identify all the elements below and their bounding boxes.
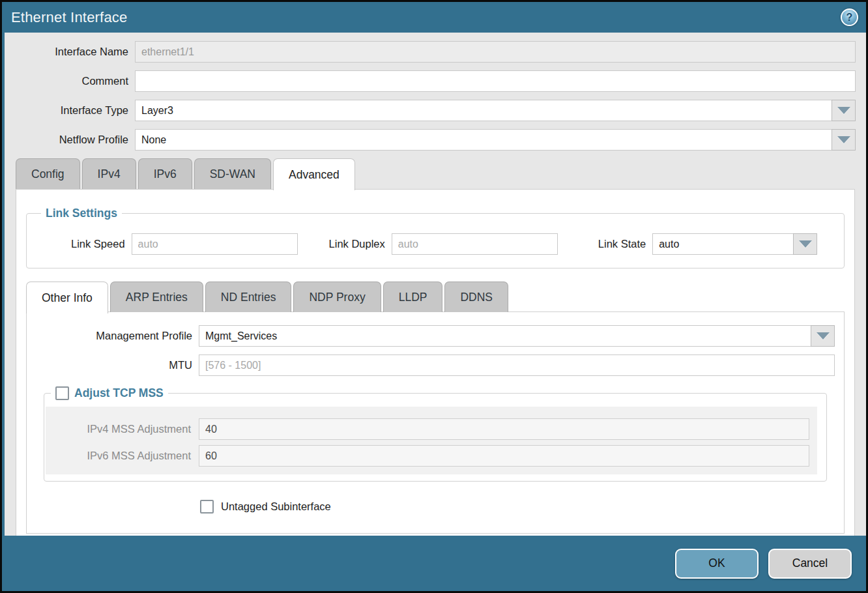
link-settings-legend: Link Settings	[41, 207, 122, 220]
link-state-label: Link State	[598, 238, 652, 250]
interface-type-field[interactable]	[135, 100, 832, 121]
help-glyph: ?	[846, 12, 853, 23]
ipv6-mss-label: IPv6 MSS Adjustment	[46, 450, 199, 462]
tab-lldp[interactable]: LLDP	[383, 282, 443, 312]
link-state-field[interactable]	[652, 233, 793, 255]
mtu-label: MTU	[36, 359, 199, 371]
mss-block: IPv4 MSS Adjustment IPv6 MSS Adjustment	[46, 407, 817, 474]
interface-name-row: Interface Name	[5, 41, 856, 63]
comment-label: Comment	[5, 75, 135, 87]
interface-name-label: Interface Name	[5, 46, 135, 58]
comment-row: Comment	[5, 70, 856, 92]
netflow-profile-combo	[135, 129, 856, 151]
dialog-footer: OK Cancel	[2, 536, 866, 591]
adjust-tcp-mss-checkbox[interactable]	[55, 386, 69, 400]
mtu-field[interactable]	[199, 354, 835, 376]
tab-ddns[interactable]: DDNS	[444, 282, 508, 312]
ok-button[interactable]: OK	[675, 549, 759, 579]
comment-field[interactable]	[135, 70, 856, 92]
netflow-profile-label: Netflow Profile	[5, 134, 135, 146]
advanced-tab-panel: Link Settings Link Speed Link Duplex Lin…	[16, 189, 855, 536]
netflow-profile-row: Netflow Profile	[5, 129, 856, 151]
chevron-down-icon	[837, 136, 850, 143]
cancel-button[interactable]: Cancel	[768, 549, 852, 579]
chevron-down-icon	[817, 332, 830, 340]
link-settings-fieldset: Link Settings Link Speed Link Duplex Lin…	[26, 207, 845, 268]
link-state-combo	[652, 233, 817, 255]
link-duplex-label: Link Duplex	[329, 238, 392, 250]
interface-type-row: Interface Type	[5, 100, 856, 121]
interface-name-field	[135, 41, 856, 63]
help-icon[interactable]: ?	[841, 8, 858, 26]
ipv4-mss-field	[199, 418, 809, 440]
tab-ipv4[interactable]: IPv4	[82, 158, 136, 189]
ipv6-mss-field	[199, 445, 809, 467]
netflow-profile-dropdown-button[interactable]	[832, 129, 856, 151]
management-profile-combo	[199, 325, 835, 347]
management-profile-dropdown-button[interactable]	[811, 325, 835, 347]
management-profile-field[interactable]	[199, 325, 811, 347]
link-speed-field[interactable]	[132, 233, 298, 255]
link-state-dropdown-button[interactable]	[793, 233, 817, 255]
ipv6-mss-row: IPv6 MSS Adjustment	[46, 445, 817, 467]
tab-nd-entries[interactable]: ND Entries	[205, 282, 292, 312]
chevron-down-icon	[837, 107, 850, 114]
management-profile-row: Management Profile	[36, 325, 835, 347]
mtu-row: MTU	[36, 354, 835, 376]
sub-tabstrip: Other Info ARP Entries ND Entries NDP Pr…	[26, 282, 845, 312]
link-duplex-field[interactable]	[392, 233, 558, 255]
main-tabstrip: Config IPv4 IPv6 SD-WAN Advanced	[5, 158, 866, 189]
adjust-tcp-mss-fieldset: Adjust TCP MSS IPv4 MSS Adjustment IPv6 …	[44, 386, 827, 482]
tab-ipv6[interactable]: IPv6	[138, 158, 192, 189]
tab-sdwan[interactable]: SD-WAN	[194, 158, 271, 189]
link-settings-legend-text: Link Settings	[46, 207, 117, 220]
interface-type-label: Interface Type	[5, 104, 135, 117]
management-profile-label: Management Profile	[36, 330, 199, 342]
untagged-subinterface-row: Untagged Subinterface	[200, 500, 835, 513]
link-speed-label: Link Speed	[71, 238, 132, 250]
untagged-subinterface-label: Untagged Subinterface	[221, 500, 331, 513]
ipv4-mss-label: IPv4 MSS Adjustment	[46, 423, 199, 435]
tab-ndp-proxy[interactable]: NDP Proxy	[293, 282, 381, 312]
tab-other-info[interactable]: Other Info	[26, 282, 108, 313]
adjust-tcp-mss-legend: Adjust TCP MSS	[51, 386, 168, 400]
interface-type-dropdown-button[interactable]	[832, 100, 856, 121]
untagged-subinterface-checkbox[interactable]	[200, 500, 214, 513]
chevron-down-icon	[799, 240, 812, 248]
tab-advanced[interactable]: Advanced	[273, 158, 355, 190]
dialog-content: Interface Name Comment Interface Type Ne…	[5, 33, 866, 536]
title-bar: Ethernet Interface ?	[2, 2, 866, 33]
adjust-tcp-mss-legend-text: Adjust TCP MSS	[74, 386, 164, 400]
other-info-panel: Management Profile MTU	[26, 311, 845, 534]
tab-arp-entries[interactable]: ARP Entries	[110, 282, 203, 312]
ethernet-interface-dialog: Ethernet Interface ? Interface Name Comm…	[0, 0, 868, 593]
dialog-title: Ethernet Interface	[11, 9, 127, 26]
interface-type-combo	[135, 100, 856, 121]
link-settings-row: Link Speed Link Duplex Link State	[35, 231, 836, 259]
netflow-profile-field[interactable]	[135, 129, 832, 151]
ipv4-mss-row: IPv4 MSS Adjustment	[46, 418, 817, 440]
tab-config[interactable]: Config	[16, 158, 80, 189]
